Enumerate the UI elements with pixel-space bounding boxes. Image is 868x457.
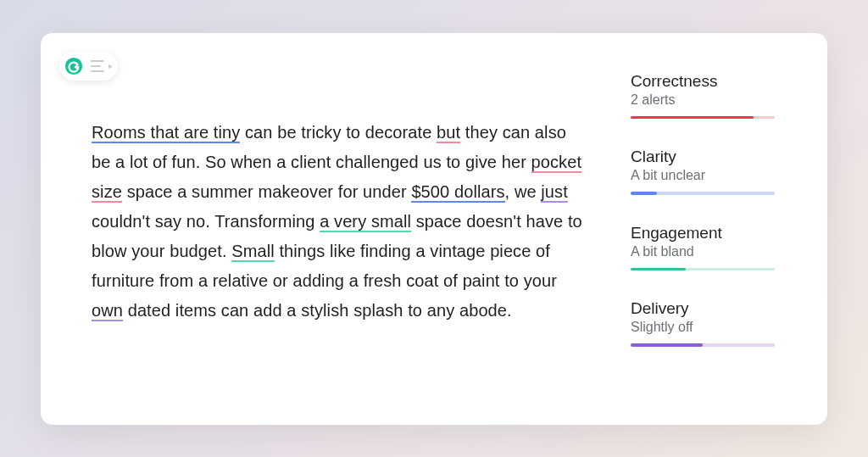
underlined-text-purple[interactable]: just <box>541 182 568 203</box>
metric-title: Correctness <box>631 72 802 91</box>
editor-pane[interactable]: Rooms that are tiny can be tricky to dec… <box>41 33 631 425</box>
metric-bar-fill <box>631 268 686 271</box>
metric-subtitle: 2 alerts <box>631 92 802 108</box>
assistant-widget[interactable]: ▸ <box>59 52 118 81</box>
metric-subtitle: A bit unclear <box>631 168 802 183</box>
metric-title: Engagement <box>631 224 802 242</box>
underlined-text-teal[interactable]: Small <box>231 242 275 262</box>
suggestions-sidebar: Correctness2 alertsClarityA bit unclearE… <box>631 33 827 425</box>
document-text[interactable]: Rooms that are tiny can be tricky to dec… <box>92 118 590 326</box>
underlined-text-purple[interactable]: own <box>92 301 123 321</box>
metric-subtitle: A bit bland <box>631 244 802 259</box>
metric-bar-fill <box>631 192 657 195</box>
editor-card: ▸ Rooms that are tiny can be tricky to d… <box>41 33 827 425</box>
metric-bar <box>631 343 775 347</box>
underlined-text-pink[interactable]: pocket size <box>92 153 581 203</box>
metric-bar <box>631 116 775 120</box>
metric-subtitle: Slightly off <box>631 320 802 335</box>
underlined-text-blue[interactable]: Rooms that are tiny <box>92 123 240 143</box>
metric-delivery[interactable]: DeliverySlightly off <box>631 299 802 347</box>
grammarly-logo-icon <box>62 54 86 78</box>
metric-correctness[interactable]: Correctness2 alerts <box>631 72 802 120</box>
metric-bar <box>631 192 775 195</box>
metric-title: Clarity <box>631 148 802 166</box>
metric-bar <box>631 268 775 271</box>
underlined-text-teal[interactable]: a very small <box>320 212 411 232</box>
underlined-text-blue[interactable]: $500 dollars <box>411 182 504 203</box>
metric-bar-fill <box>631 116 754 120</box>
metric-clarity[interactable]: ClarityA bit unclear <box>631 148 802 195</box>
metric-bar-fill <box>631 343 703 347</box>
chevron-right-icon: ▸ <box>108 62 113 70</box>
outline-icon <box>91 60 104 72</box>
underlined-text-pink[interactable]: but <box>437 123 460 143</box>
metric-engagement[interactable]: EngagementA bit bland <box>631 224 802 271</box>
metric-title: Delivery <box>631 299 802 318</box>
